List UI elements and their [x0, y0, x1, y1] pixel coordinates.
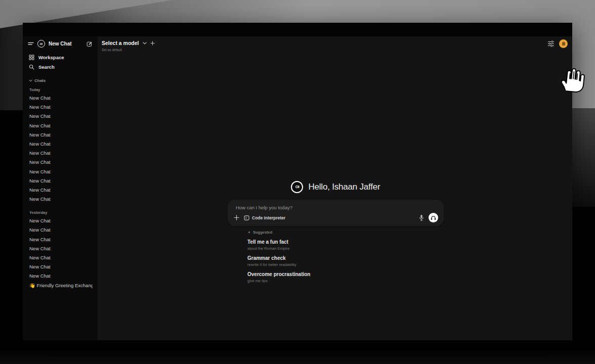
app-logo-icon: OI [37, 40, 45, 48]
chat-list-item[interactable]: New Chat [28, 186, 93, 195]
chat-list-item[interactable]: New Chat [28, 103, 93, 112]
settings-sliders-icon[interactable] [547, 40, 555, 47]
suggested-prompt[interactable]: Tell me a fun fact about the Roman Empir… [247, 239, 444, 251]
screen: OI New Chat Workspace [0, 0, 595, 364]
code-interpreter-label: Code Interpreter [252, 215, 285, 220]
workspace-grid-icon [29, 55, 34, 60]
code-interpreter-icon [244, 215, 249, 220]
chat-list-item[interactable]: New Chat [28, 235, 93, 244]
prompt-subtitle: rewrite it for better readability [247, 262, 444, 267]
chevron-down-icon [29, 79, 32, 82]
add-model-icon[interactable] [150, 41, 155, 46]
avatar-glyph [562, 42, 565, 46]
greeting-text: Hello, Ishaan Jaffer [308, 182, 380, 192]
composer-placeholder: How can I help you today? [236, 205, 292, 210]
chat-list-yesterday: New ChatNew ChatNew ChatNew ChatNew Chat… [28, 216, 93, 290]
prompt-title: Grammar check [247, 255, 444, 261]
sparkle-icon [247, 231, 251, 235]
suggested-prompts: Tell me a fun fact about the Roman Empir… [247, 239, 444, 283]
sidebar-title: New Chat [49, 41, 72, 47]
prompt-subtitle: about the Roman Empire [247, 246, 444, 251]
chat-list-item[interactable]: New Chat [28, 140, 93, 149]
microphone-icon[interactable] [419, 214, 424, 221]
sidebar-header: OI New Chat [28, 39, 93, 48]
chat-list-item[interactable]: New Chat [28, 262, 93, 271]
chats-section-label: Chats [34, 78, 46, 83]
sidebar: OI New Chat Workspace [23, 36, 98, 340]
chat-group-label-yesterday: Yesterday [29, 210, 93, 215]
chevron-down-icon[interactable] [143, 42, 147, 44]
chat-list-item[interactable]: New Chat [28, 216, 93, 225]
greeting-row: OI Hello, Ishaan Jaffer [228, 180, 444, 193]
headphones-icon [431, 215, 436, 220]
sidebar-toggle-icon[interactable] [28, 41, 34, 47]
chat-list-item[interactable]: New Chat [28, 149, 93, 158]
suggested-prompt[interactable]: Overcome procrastination give me tips [247, 271, 444, 283]
prompt-subtitle: give me tips [247, 279, 444, 283]
chat-list-item[interactable]: New Chat [28, 112, 93, 121]
user-avatar[interactable] [559, 39, 568, 48]
app-logo-icon: OI [291, 181, 303, 193]
attach-plus-icon[interactable] [234, 215, 239, 220]
suggested-section: Suggested Tell me a fun fact about the R… [228, 230, 444, 283]
window-top-strip [23, 23, 572, 36]
chat-list-item[interactable]: 👋 Friendly Greeting Exchange [28, 281, 93, 290]
voice-call-button[interactable] [429, 213, 438, 222]
chat-list-item[interactable]: New Chat [28, 225, 93, 235]
message-composer[interactable]: How can I help you today? Code Interpret… [228, 200, 444, 226]
chat-list-item[interactable]: New Chat [28, 195, 93, 204]
chat-list-item[interactable]: New Chat [28, 121, 93, 130]
main-panel: Select a model Set as default [98, 36, 572, 340]
sidebar-item-label: Search [38, 64, 55, 70]
model-selector-block: Select a model Set as default [102, 40, 155, 52]
sidebar-item-label: Workspace [38, 55, 64, 60]
chat-list-item[interactable]: New Chat [28, 244, 93, 253]
app-window: OI New Chat Workspace [23, 23, 572, 340]
suggested-prompt[interactable]: Grammar check rewrite it for better read… [247, 255, 444, 267]
chat-list-item[interactable]: New Chat [28, 158, 93, 167]
prompt-title: Overcome procrastination [247, 271, 444, 277]
chat-list-item[interactable]: New Chat [28, 167, 93, 176]
chat-list-item[interactable]: New Chat [28, 130, 93, 140]
suggested-label: Suggested [253, 230, 272, 235]
model-selector[interactable]: Select a model [102, 40, 139, 46]
chat-group-label-today: Today [29, 87, 93, 92]
new-chat-pencil-icon[interactable] [87, 41, 93, 47]
chat-list-item[interactable]: New Chat [28, 94, 93, 103]
code-interpreter-toggle[interactable]: Code Interpreter [244, 215, 285, 220]
chat-list-today: New ChatNew ChatNew ChatNew ChatNew Chat… [28, 94, 93, 204]
chat-list-item[interactable]: New Chat [28, 271, 93, 281]
search-icon [29, 64, 34, 70]
desktop-background-right [572, 108, 595, 207]
desktop-background-bottom [0, 347, 595, 364]
chat-list-item[interactable]: New Chat [28, 176, 93, 186]
sidebar-item-workspace[interactable]: Workspace [28, 53, 93, 62]
sidebar-item-search[interactable]: Search [28, 62, 93, 72]
prompt-title: Tell me a fun fact [247, 239, 444, 245]
chats-section-toggle[interactable]: Chats [28, 78, 93, 83]
set-as-default-link[interactable]: Set as default [102, 48, 155, 52]
chat-list-item[interactable]: New Chat [28, 253, 93, 262]
